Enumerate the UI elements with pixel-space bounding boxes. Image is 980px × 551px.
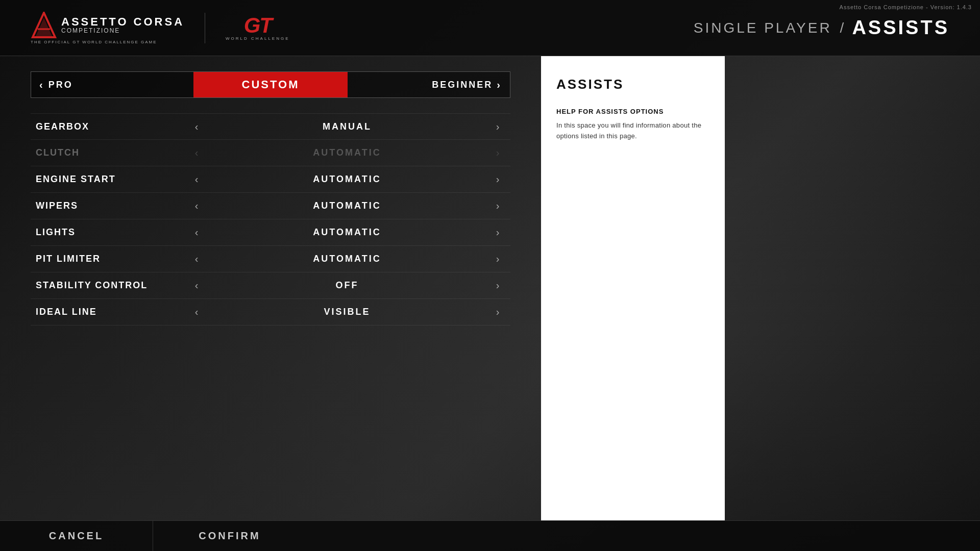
setting-name-6: STABILITY CONTROL (36, 280, 189, 291)
preset-custom-label: CUSTOM (242, 78, 300, 91)
gt-subtitle: WORLD CHALLENGE (226, 36, 289, 41)
setting-prev-2[interactable]: ‹ (189, 172, 204, 187)
setting-next-1[interactable]: › (490, 145, 505, 161)
acc-logo: ASSETTO CORSA COMPETIZIONE THE OFFICIAL … (31, 12, 184, 44)
setting-row: CLUTCH ‹ AUTOMATIC › (31, 140, 510, 166)
gt-text: GT (244, 15, 272, 36)
acc-name-line1: ASSETTO CORSA (61, 16, 184, 28)
setting-row: WIPERS ‹ AUTOMATIC › (31, 193, 510, 219)
acc-text: ASSETTO CORSA COMPETIZIONE (61, 16, 184, 34)
setting-value-1: AUTOMATIC (214, 147, 480, 158)
setting-value-3: AUTOMATIC (214, 201, 480, 211)
setting-prev-3[interactable]: ‹ (189, 198, 204, 214)
setting-control-0: ‹ MANUAL › (189, 119, 505, 134)
setting-prev-4[interactable]: ‹ (189, 225, 204, 240)
gt-logo: GT WORLD CHALLENGE (226, 15, 289, 41)
acc-name-line2: COMPETIZIONE (61, 28, 184, 34)
setting-next-2[interactable]: › (490, 172, 505, 187)
acc-icon (31, 12, 57, 38)
setting-control-5: ‹ AUTOMATIC › (189, 252, 505, 267)
setting-name-3: WIPERS (36, 201, 189, 211)
setting-row: IDEAL LINE ‹ VISIBLE › (31, 299, 510, 325)
setting-control-7: ‹ VISIBLE › (189, 305, 505, 320)
page-title-label: ASSISTS (852, 17, 949, 39)
setting-next-3[interactable]: › (490, 198, 505, 214)
preset-pro[interactable]: ‹ PRO (31, 72, 193, 97)
acc-logo-main: ASSETTO CORSA COMPETIZIONE (31, 12, 184, 38)
setting-row: ENGINE START ‹ AUTOMATIC › (31, 166, 510, 193)
assists-help-title: HELP FOR ASSISTS OPTIONS (556, 108, 709, 115)
acc-subtitle: THE OFFICIAL GT WORLD CHALLENGE GAME (31, 40, 157, 44)
setting-next-5[interactable]: › (490, 252, 505, 267)
setting-name-1: CLUTCH (36, 147, 189, 158)
setting-name-7: IDEAL LINE (36, 307, 189, 317)
logo-area: ASSETTO CORSA COMPETIZIONE THE OFFICIAL … (31, 12, 290, 44)
chevron-right-icon: › (497, 79, 502, 91)
assists-panel-title: ASSISTS (556, 77, 709, 92)
preset-pro-label: PRO (48, 80, 73, 90)
preset-custom[interactable]: CUSTOM (193, 72, 348, 97)
setting-row: STABILITY CONTROL ‹ OFF › (31, 272, 510, 299)
setting-value-2: AUTOMATIC (214, 174, 480, 185)
setting-prev-1[interactable]: ‹ (189, 145, 204, 161)
cancel-button[interactable]: CANCEL (0, 521, 153, 551)
preset-beginner[interactable]: BEGINNER › (348, 72, 510, 97)
bottom-bar: CANCEL CONFIRM (0, 520, 980, 551)
setting-control-6: ‹ OFF › (189, 278, 505, 293)
setting-value-4: AUTOMATIC (214, 227, 480, 238)
settings-panel: ‹ PRO CUSTOM BEGINNER › GEARBOX ‹ MANUAL… (0, 56, 541, 520)
setting-next-4[interactable]: › (490, 225, 505, 240)
setting-prev-0[interactable]: ‹ (189, 119, 204, 134)
setting-value-0: MANUAL (214, 121, 480, 132)
page-section-label: SINGLE PLAYER (694, 20, 832, 36)
setting-next-0[interactable]: › (490, 119, 505, 134)
setting-control-3: ‹ AUTOMATIC › (189, 198, 505, 214)
confirm-button[interactable]: CONFIRM (153, 521, 306, 551)
setting-control-1: ‹ AUTOMATIC › (189, 145, 505, 161)
chevron-left-icon: ‹ (39, 79, 44, 91)
page-title-area: SINGLE PLAYER / ASSISTS (694, 17, 949, 39)
main-content: ‹ PRO CUSTOM BEGINNER › GEARBOX ‹ MANUAL… (0, 56, 980, 520)
setting-value-5: AUTOMATIC (214, 254, 480, 264)
setting-value-6: OFF (214, 280, 480, 291)
settings-list: GEARBOX ‹ MANUAL › CLUTCH ‹ AUTOMATIC › … (31, 113, 510, 325)
logo-divider (205, 13, 205, 43)
setting-row: GEARBOX ‹ MANUAL › (31, 113, 510, 140)
assists-panel: ASSISTS HELP FOR ASSISTS OPTIONS In this… (541, 56, 725, 520)
setting-control-2: ‹ AUTOMATIC › (189, 172, 505, 187)
preset-beginner-label: BEGINNER (432, 80, 493, 90)
setting-name-5: PIT LIMITER (36, 254, 189, 264)
setting-prev-6[interactable]: ‹ (189, 278, 204, 293)
setting-name-4: LIGHTS (36, 227, 189, 238)
setting-name-0: GEARBOX (36, 121, 189, 132)
setting-row: LIGHTS ‹ AUTOMATIC › (31, 219, 510, 246)
setting-row: PIT LIMITER ‹ AUTOMATIC › (31, 246, 510, 272)
assists-help-text: In this space you will find information … (556, 120, 709, 142)
page-title-divider: / (840, 20, 844, 36)
version-text: Assetto Corsa Competizione - Version: 1.… (840, 4, 972, 10)
preset-bar: ‹ PRO CUSTOM BEGINNER › (31, 71, 510, 98)
setting-value-7: VISIBLE (214, 307, 480, 317)
setting-next-7[interactable]: › (490, 305, 505, 320)
setting-next-6[interactable]: › (490, 278, 505, 293)
setting-name-2: ENGINE START (36, 174, 189, 185)
setting-prev-7[interactable]: ‹ (189, 305, 204, 320)
setting-prev-5[interactable]: ‹ (189, 252, 204, 267)
topbar: ASSETTO CORSA COMPETIZIONE THE OFFICIAL … (0, 0, 980, 56)
setting-control-4: ‹ AUTOMATIC › (189, 225, 505, 240)
